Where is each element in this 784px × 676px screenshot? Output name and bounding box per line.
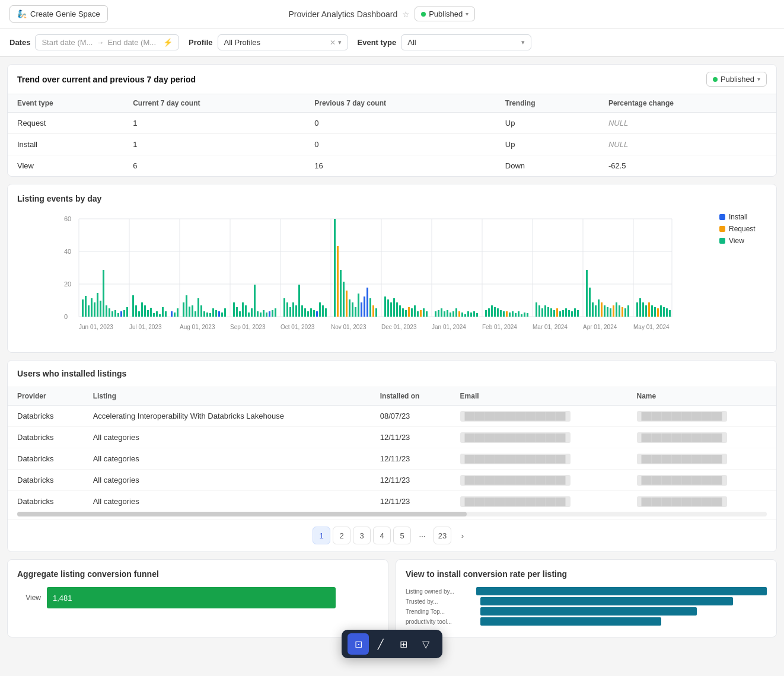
scroll-track (17, 512, 767, 516)
svg-rect-160 (544, 305, 546, 317)
svg-rect-181 (613, 305, 614, 317)
view-label: View (729, 237, 744, 245)
grid-tool-btn[interactable]: ⊞ (393, 633, 414, 655)
page-23-btn[interactable]: 23 (434, 527, 451, 544)
conv-label-2: Trusted by... (406, 598, 477, 605)
page-3-btn[interactable]: 3 (353, 527, 371, 544)
table-scroll-area[interactable] (8, 512, 776, 519)
scroll-thumb[interactable] (17, 512, 467, 516)
svg-rect-192 (651, 305, 653, 317)
svg-rect-117 (399, 305, 401, 317)
svg-text:Mar 01, 2024: Mar 01, 2024 (533, 324, 568, 330)
users-table-header: Provider Listing Installed on Email Name (8, 387, 776, 406)
funnel-tool-btn[interactable]: ▽ (415, 633, 436, 655)
conv-label-1: Listing owned by... (406, 588, 473, 595)
svg-rect-64 (218, 311, 220, 317)
svg-rect-39 (138, 311, 140, 317)
bottom-row: Aggregate listing conversion funnel View… (7, 559, 777, 637)
clear-icon[interactable]: ✕ (330, 39, 336, 47)
svg-rect-185 (624, 308, 626, 317)
dates-filter-group: Dates Start date (M... → End date (M... … (9, 34, 179, 50)
cell-trending: Down (496, 155, 599, 177)
chart-title: Listing events by day (17, 194, 767, 203)
svg-rect-42 (147, 310, 149, 317)
svg-rect-145 (494, 307, 496, 317)
cell-name: ████████████████ (627, 491, 776, 512)
end-date: End date (M... (107, 38, 156, 47)
pagination: 1 2 3 4 5 ··· 23 › (8, 519, 776, 551)
svg-rect-98 (337, 246, 339, 317)
col-name: Name (627, 387, 776, 406)
published-badge-header[interactable]: Published ▾ (415, 7, 475, 21)
svg-rect-83 (286, 302, 288, 317)
page-5-btn[interactable]: 5 (393, 527, 411, 544)
conv-label-3: Trending Top... (406, 608, 477, 615)
svg-rect-167 (565, 308, 567, 317)
cell-listing: Accelerating Interoperability With Datab… (84, 406, 371, 427)
svg-rect-43 (150, 308, 152, 317)
svg-rect-105 (358, 294, 359, 317)
svg-rect-121 (411, 308, 413, 317)
create-genie-btn[interactable]: 🧞 Create Genie Space (9, 5, 108, 23)
chevron-down-icon: ▾ (338, 39, 342, 46)
cell-email: ████████████████████ (451, 448, 627, 470)
svg-rect-27 (100, 301, 101, 317)
star-icon[interactable]: ☆ (402, 9, 410, 19)
profile-control[interactable]: All Profiles ✕ ▾ (218, 34, 348, 50)
col-installed-on: Installed on (371, 387, 451, 406)
cell-installed-on: 12/11/23 (371, 427, 451, 448)
cell-trending: Up (496, 134, 599, 155)
cell-email: ████████████████████ (451, 427, 627, 448)
dates-control[interactable]: Start date (M... → End date (M... ⚡ (35, 34, 179, 50)
svg-rect-139 (470, 313, 472, 317)
published-badge-trend[interactable]: Published ▾ (706, 72, 767, 87)
cell-trending: Up (496, 113, 599, 134)
svg-rect-33 (117, 313, 119, 317)
date-range-display: Start date (M... → End date (M... (42, 38, 156, 47)
conv-bar-4 (480, 617, 661, 626)
trend-table-row: Install 1 0 Up NULL (8, 134, 776, 155)
svg-rect-188 (639, 298, 641, 317)
trend-section-header: Trend over current and previous 7 day pe… (8, 65, 776, 94)
svg-rect-177 (601, 302, 603, 317)
svg-rect-148 (503, 311, 505, 317)
svg-rect-131 (447, 310, 448, 317)
line-chart-tool-btn[interactable]: ╱ (370, 633, 391, 655)
cell-name: ████████████████ (627, 406, 776, 427)
published-label: Published (721, 75, 754, 84)
svg-rect-135 (458, 311, 460, 317)
filter-tool-btn[interactable]: ⊡ (348, 633, 369, 655)
svg-rect-103 (352, 302, 353, 317)
page-4-btn[interactable]: 4 (373, 527, 391, 544)
svg-rect-97 (334, 219, 336, 317)
svg-rect-87 (298, 285, 300, 317)
svg-rect-136 (461, 313, 463, 317)
legend-install: Install (719, 213, 767, 221)
svg-rect-101 (346, 291, 348, 317)
svg-rect-31 (111, 311, 113, 317)
svg-rect-178 (604, 305, 605, 317)
svg-rect-140 (473, 311, 475, 317)
users-section: Users who installed listings Provider Li… (7, 360, 777, 552)
cell-listing: All categories (84, 470, 371, 491)
page-2-btn[interactable]: 2 (333, 527, 350, 544)
svg-rect-157 (536, 302, 537, 317)
svg-rect-86 (295, 305, 297, 317)
event-type-filter-group: Event type All ▾ (358, 34, 532, 50)
filter-icon: ⊡ (355, 639, 362, 650)
conv-row-4: productivity tool... (406, 617, 767, 626)
users-table-row: Databricks All categories 12/11/23 █████… (8, 427, 776, 448)
page-next-btn[interactable]: › (454, 527, 471, 544)
svg-text:Nov 01, 2023: Nov 01, 2023 (331, 324, 366, 330)
cell-provider: Databricks (8, 406, 84, 427)
svg-rect-123 (417, 311, 419, 317)
svg-rect-120 (408, 307, 410, 317)
chevron-down-icon: ▾ (466, 11, 469, 17)
svg-rect-104 (355, 307, 356, 317)
chevron-down-icon: ▾ (521, 39, 525, 46)
svg-rect-125 (423, 308, 425, 317)
cell-pct-change: -62.5 (599, 155, 776, 177)
start-date: Start date (M... (42, 38, 93, 47)
page-1-btn[interactable]: 1 (313, 527, 330, 544)
event-type-control[interactable]: All ▾ (401, 34, 531, 50)
